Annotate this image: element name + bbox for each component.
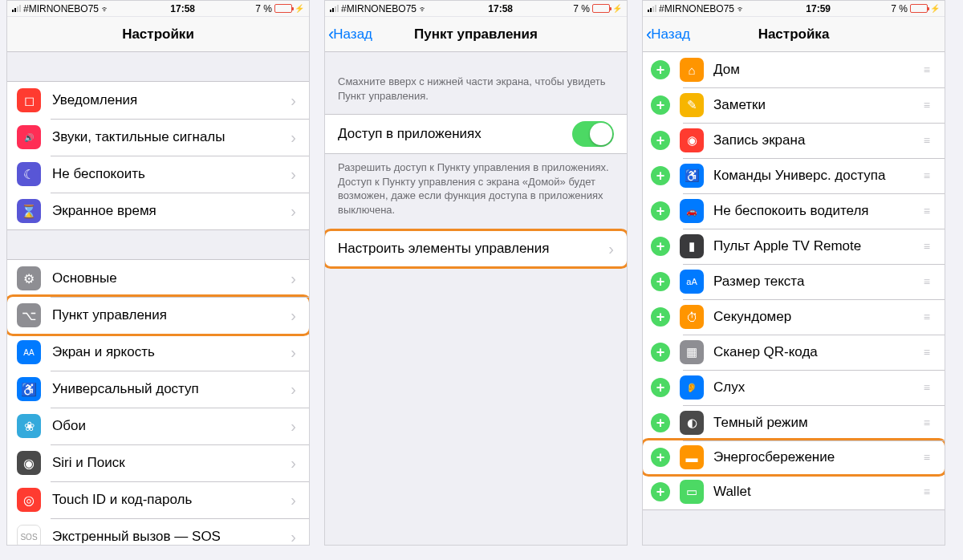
settings-row-control-center[interactable]: ⌥Пункт управления›: [7, 294, 309, 336]
row-label: Экранное время: [52, 203, 291, 219]
page-title: Пункт управления: [414, 26, 538, 43]
row-label: Уведомления: [52, 92, 291, 108]
reorder-grip-icon[interactable]: ≡: [924, 134, 932, 147]
row-label: Пункт управления: [52, 307, 291, 323]
add-control-row-hearing[interactable]: +👂Слух≡: [643, 370, 945, 405]
settings-row-siri[interactable]: ◉Siri и Поиск›: [7, 444, 309, 481]
notifications-icon: ◻: [17, 88, 41, 112]
screen-customize: #MIRNONEBO75 ᯤ 17:59 7 % ⚡ ‹ Назад Настр…: [642, 0, 945, 546]
back-label: Назад: [333, 26, 372, 43]
add-button[interactable]: +: [651, 166, 670, 185]
settings-row-dnd[interactable]: ☾Не беспокоить›: [7, 156, 309, 193]
back-button[interactable]: ‹ Назад: [328, 17, 372, 51]
chevron-right-icon: ›: [291, 528, 296, 546]
touchid-icon: ◎: [17, 488, 41, 512]
settings-row-general[interactable]: ⚙Основные›: [7, 260, 309, 297]
nav-bar: ‹ Назад Пункт управления: [325, 17, 627, 52]
chevron-right-icon: ›: [291, 343, 296, 362]
reorder-grip-icon[interactable]: ≡: [924, 275, 932, 288]
row-label: Экран и яркость: [52, 344, 291, 360]
add-control-row-qr-scanner[interactable]: +▦Сканер QR-кода≡: [643, 335, 945, 370]
add-control-row-text-size[interactable]: +aAРазмер текста≡: [643, 264, 945, 299]
battery-percent: 7 %: [573, 3, 590, 14]
customize-content[interactable]: +⌂Дом≡+✎Заметки≡+◉Запись экрана≡+♿Команд…: [643, 52, 945, 545]
row-label: Обои: [52, 418, 291, 434]
settings-row-notifications[interactable]: ◻Уведомления›: [7, 82, 309, 119]
add-button[interactable]: +: [651, 343, 670, 362]
reorder-grip-icon[interactable]: ≡: [924, 310, 932, 323]
add-control-row-dark-mode[interactable]: +◐Темный режим≡: [643, 405, 945, 440]
row-label: Слух: [713, 379, 924, 396]
qr-scanner-icon: ▦: [680, 340, 704, 364]
reorder-grip-icon[interactable]: ≡: [924, 99, 932, 112]
add-control-row-apple-tv-remote[interactable]: +▮Пульт Apple TV Remote≡: [643, 229, 945, 264]
add-button[interactable]: +: [651, 131, 670, 150]
general-icon: ⚙: [17, 266, 41, 290]
reorder-grip-icon[interactable]: ≡: [924, 416, 932, 429]
access-in-apps-toggle[interactable]: [572, 121, 614, 147]
wifi-icon: ᯤ: [419, 4, 428, 14]
back-button[interactable]: ‹ Назад: [646, 17, 690, 51]
status-time: 17:58: [170, 3, 195, 14]
text-size-icon: aA: [680, 270, 704, 294]
row-label: Размер текста: [713, 274, 924, 290]
reorder-grip-icon[interactable]: ≡: [924, 381, 932, 394]
intro-text: Смахните вверх с нижней части экрана, чт…: [325, 52, 627, 114]
add-button[interactable]: +: [651, 378, 670, 397]
add-control-row-wallet[interactable]: +▭Wallet≡: [643, 474, 945, 509]
status-bar: #MIRNONEBO75 ᯤ 17:59 7 % ⚡: [643, 1, 945, 17]
access-in-apps-row[interactable]: Доступ в приложениях: [325, 115, 627, 153]
settings-row-touchid[interactable]: ◎Touch ID и код-пароль›: [7, 481, 309, 518]
add-button[interactable]: +: [651, 448, 670, 467]
settings-row-sounds[interactable]: 🔊Звуки, тактильные сигналы›: [7, 119, 309, 156]
add-button[interactable]: +: [651, 237, 670, 256]
add-button[interactable]: +: [651, 413, 670, 432]
reorder-grip-icon[interactable]: ≡: [924, 346, 932, 359]
signal-icon: [648, 5, 656, 12]
customize-controls-row[interactable]: Настроить элементы управления ›: [325, 231, 627, 266]
add-control-row-low-power[interactable]: +▬Энергосбережение≡: [643, 438, 945, 477]
reorder-grip-icon[interactable]: ≡: [924, 63, 932, 76]
chevron-right-icon: ›: [291, 128, 296, 147]
reorder-grip-icon[interactable]: ≡: [924, 485, 932, 498]
battery-icon: [910, 4, 928, 13]
reorder-grip-icon[interactable]: ≡: [924, 205, 932, 217]
settings-row-accessibility[interactable]: ♿Универсальный доступ›: [7, 371, 309, 408]
row-label: Заметки: [713, 97, 924, 113]
apple-tv-remote-icon: ▮: [680, 234, 704, 258]
add-control-row-notes[interactable]: +✎Заметки≡: [643, 87, 945, 123]
reorder-grip-icon[interactable]: ≡: [924, 451, 932, 464]
add-button[interactable]: +: [651, 95, 670, 115]
settings-content[interactable]: ◻Уведомления›🔊Звуки, тактильные сигналы›…: [7, 52, 309, 545]
row-label: Не беспокоить водителя: [713, 203, 924, 219]
add-control-row-stopwatch[interactable]: +⏱Секундомер≡: [643, 299, 945, 335]
row-label: Экстренный вызов — SOS: [52, 529, 291, 545]
add-button[interactable]: +: [651, 60, 670, 79]
settings-row-sos[interactable]: SOSЭкстренный вызов — SOS›: [7, 518, 309, 545]
notes-icon: ✎: [680, 93, 704, 117]
row-label: Команды Универс. доступа: [713, 168, 924, 184]
status-bar: #MIRNONEBO75 ᯤ 17:58 7 % ⚡: [325, 1, 627, 17]
add-control-row-screen-record[interactable]: +◉Запись экрана≡: [643, 123, 945, 158]
add-control-row-accessibility-shortcuts[interactable]: +♿Команды Универс. доступа≡: [643, 158, 945, 193]
nav-bar: ‹ Назад Настройка: [643, 17, 945, 52]
control-center-content[interactable]: Смахните вверх с нижней части экрана, чт…: [325, 52, 627, 545]
reorder-grip-icon[interactable]: ≡: [924, 169, 932, 182]
row-label: Темный режим: [713, 415, 924, 431]
battery-icon: [274, 4, 292, 13]
row-label: Дом: [713, 62, 924, 78]
settings-row-screentime[interactable]: ⌛Экранное время›: [7, 193, 309, 229]
wallpaper-icon: ❀: [17, 414, 41, 438]
settings-row-display[interactable]: AAЭкран и яркость›: [7, 334, 309, 371]
add-control-row-dnd-driving[interactable]: +🚗Не беспокоить водителя≡: [643, 193, 945, 229]
settings-row-wallpaper[interactable]: ❀Обои›: [7, 408, 309, 444]
add-button[interactable]: +: [651, 272, 670, 291]
toggle-label: Доступ в приложениях: [338, 126, 572, 142]
add-control-row-home[interactable]: +⌂Дом≡: [643, 52, 945, 87]
reorder-grip-icon[interactable]: ≡: [924, 240, 932, 253]
chevron-right-icon: ›: [291, 306, 296, 325]
add-button[interactable]: +: [651, 307, 670, 327]
row-label: Энергосбережение: [713, 449, 924, 465]
add-button[interactable]: +: [651, 482, 670, 501]
add-button[interactable]: +: [651, 201, 670, 221]
